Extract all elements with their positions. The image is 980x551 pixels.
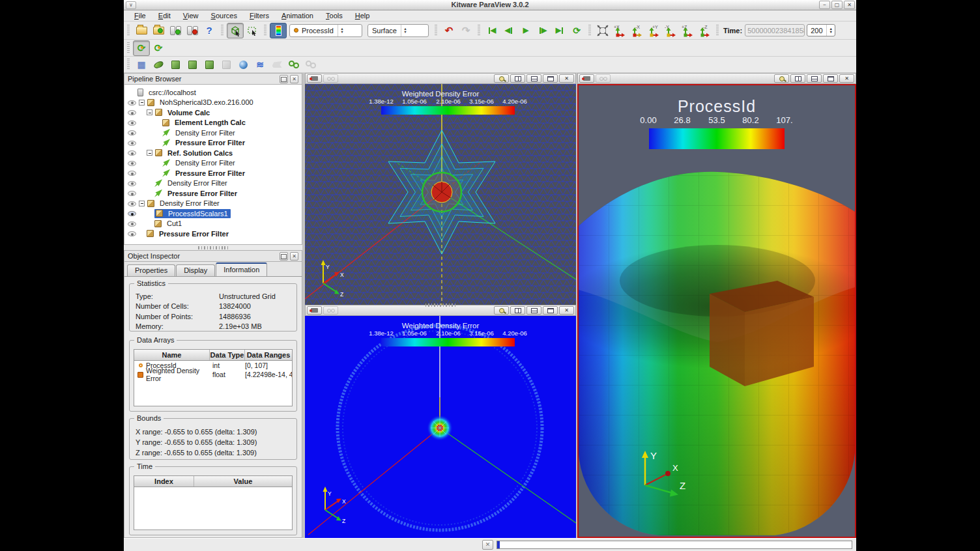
menu-filters[interactable]: Filters [244,10,274,21]
close-view-button[interactable]: ✕ [559,74,574,83]
camera-save-button[interactable] [307,74,322,83]
representation-select[interactable]: Surface ▲▼ [368,24,429,37]
toolbar-grip[interactable] [435,25,437,36]
menu-help[interactable]: Help [350,10,375,21]
stream-tracer-button[interactable]: ≋ [252,57,268,72]
calculator-filter-button[interactable]: ▦ [133,57,150,72]
tree-row-filter[interactable]: Pressure Error Filter [124,138,302,148]
visibility-eye-icon[interactable] [128,171,136,176]
redo-button[interactable]: ↷ [457,23,474,38]
maximize-button[interactable]: ▢ [831,1,843,9]
time-value-field[interactable]: 500000023841858 [745,24,805,36]
visibility-eye-icon[interactable] [128,181,136,186]
tree-row-filter[interactable]: Pressure Error Filter [124,168,302,178]
toolbar-grip[interactable] [264,25,267,36]
next-frame-button[interactable]: ▶ [534,23,551,38]
tree-row-filter[interactable]: Density Error Filter [124,199,302,209]
select-points-button[interactable] [244,23,261,38]
tree-row-filter[interactable]: Element Length Calc [124,118,302,128]
undock-panel-button[interactable] [280,252,288,261]
tree-row-filter[interactable]: Density Error Filter [124,178,302,189]
connect-server-button[interactable] [167,23,184,38]
tree-row-server[interactable]: csrc://localhost [124,87,302,98]
splitter-handle[interactable] [425,304,455,307]
maximize-view-button[interactable] [823,74,838,83]
tree-row-filter[interactable]: Pressure Error Filter [124,229,302,239]
menu-animation[interactable]: Animation [276,10,319,21]
camera-save-button[interactable] [579,74,594,83]
maximize-view-button[interactable] [543,306,558,315]
tab-properties[interactable]: Properties [127,264,175,276]
column-header-ranges[interactable]: Data Ranges [245,350,292,360]
splitter-handle[interactable] [198,246,228,249]
toolbar-grip[interactable] [221,25,223,36]
toolbar-grip[interactable] [588,25,591,36]
color-by-variable-select[interactable]: ProcessId ▲▼ [289,24,362,37]
menu-tools[interactable]: Tools [321,10,348,21]
undock-panel-button[interactable] [280,75,288,83]
tree-row-source[interactable]: NohSpherical3D.exo.216.000 [124,98,302,108]
load-state-button[interactable] [150,23,167,38]
close-button[interactable]: ✕ [844,1,855,9]
visibility-eye-icon[interactable] [128,100,136,106]
split-vertical-button[interactable] [526,74,541,83]
toolbar-grip[interactable] [127,42,130,54]
reset-camera-button[interactable] [594,23,611,38]
menu-file[interactable]: File [129,10,151,21]
column-header-name[interactable]: Name [134,350,210,360]
view-minus-z-button[interactable]: -Z [696,23,713,38]
visibility-eye-icon[interactable] [128,161,136,166]
toolbar-grip[interactable] [127,59,130,70]
render-viewport-mesh[interactable]: Weighted Density Error 1.38e-12 1.05e-06… [305,84,576,305]
lookmark-button[interactable] [774,74,789,83]
menu-edit[interactable]: Edit [153,10,176,21]
camera-link-button[interactable] [323,74,338,83]
first-frame-button[interactable]: ◀ [483,23,500,38]
threshold-filter-button[interactable] [201,57,218,72]
view-plus-z-button[interactable]: +Z [679,23,696,38]
tree-row-selected[interactable]: ProcessIdScalars1 [124,208,302,219]
close-panel-button[interactable]: ✕ [290,75,298,83]
view-plus-x-button[interactable]: +X [611,23,628,38]
visibility-eye-icon[interactable] [128,150,136,156]
camera-link-button[interactable] [596,74,611,83]
tab-information[interactable]: Information [216,262,267,276]
contour-filter-button[interactable] [235,57,252,72]
column-header-value[interactable]: Value [194,476,292,487]
collapse-expander[interactable] [139,201,145,206]
visibility-eye-icon[interactable] [128,201,136,206]
tree-row-filter[interactable]: Volume Calc [124,107,302,118]
play-button[interactable]: ▶ [517,23,534,38]
abort-progress-button[interactable]: ✕ [482,540,493,550]
view-minus-x-button[interactable]: -X [628,23,645,38]
close-view-button[interactable]: ✕ [839,74,854,83]
close-panel-button[interactable]: ✕ [290,252,298,261]
edit-color-map-button[interactable] [270,23,287,38]
warp-filter-button[interactable] [268,57,285,72]
tree-row-filter[interactable]: Cut1 [124,219,302,229]
loop-button[interactable]: ⟳ [568,23,585,38]
column-header-type[interactable]: Data Type [210,350,245,360]
spinbox-arrows-icon[interactable]: ▲▼ [826,25,835,36]
menu-view[interactable]: View [178,10,204,21]
close-view-button[interactable]: ✕ [559,306,574,315]
lookmark-button[interactable] [494,306,509,315]
view-minus-y-button[interactable]: -Y [662,23,679,38]
menu-sources[interactable]: Sources [206,10,242,21]
render-viewport-processid[interactable]: ProcessId 0.00 26.8 53.5 80.2 107. [579,85,855,537]
rotate-camera-button[interactable]: ⟳ [133,40,150,56]
column-header-index[interactable]: Index [134,476,194,487]
toolbar-grip[interactable] [478,25,480,36]
split-vertical-button[interactable] [526,306,541,315]
frame-spinbox[interactable]: 200 ▲▼ [807,24,835,36]
tree-row-filter[interactable]: Ref. Solution Calcs [124,148,302,158]
tab-display[interactable]: Display [176,264,215,276]
table-row[interactable]: Weighted Density Error float [4.22498e-1… [134,370,292,379]
group-datasets-button[interactable] [285,57,302,72]
tree-row-filter[interactable]: Density Error Filter [124,128,302,138]
split-horizontal-button[interactable] [790,74,805,83]
minimize-button[interactable]: − [819,1,830,9]
visibility-eye-icon[interactable] [128,191,136,196]
render-viewport-blue[interactable]: Weighted Density Error 1.38e-12 1.05e-06… [305,316,576,538]
visibility-eye-icon[interactable] [128,231,136,236]
